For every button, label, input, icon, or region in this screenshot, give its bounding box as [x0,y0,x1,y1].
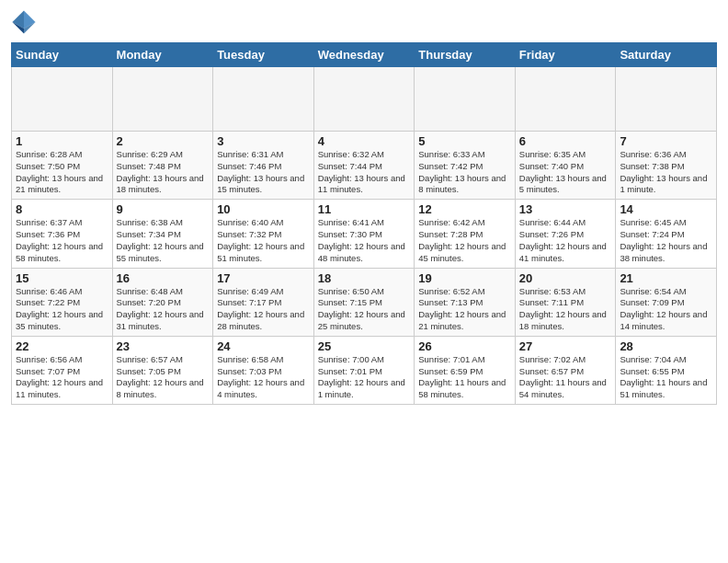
calendar-cell: 21Sunrise: 6:54 AMSunset: 7:09 PMDayligh… [616,268,717,336]
day-info: Sunrise: 6:50 AMSunset: 7:15 PMDaylight:… [318,286,411,333]
day-number: 10 [217,202,310,216]
day-number: 26 [418,339,511,353]
day-number: 11 [318,202,411,216]
calendar-cell: 13Sunrise: 6:44 AMSunset: 7:26 PMDayligh… [515,200,616,268]
day-number: 14 [620,202,712,216]
day-number: 13 [519,202,612,216]
calendar-week-row: 15Sunrise: 6:46 AMSunset: 7:22 PMDayligh… [12,268,717,336]
day-number: 2 [117,134,210,148]
day-number: 12 [418,202,511,216]
day-info: Sunrise: 6:57 AMSunset: 7:05 PMDaylight:… [117,354,210,401]
day-number: 4 [318,134,411,148]
calendar-cell: 4Sunrise: 6:32 AMSunset: 7:44 PMDaylight… [313,132,415,200]
day-info: Sunrise: 7:01 AMSunset: 6:59 PMDaylight:… [418,354,511,401]
day-info: Sunrise: 6:40 AMSunset: 7:32 PMDaylight:… [217,217,310,264]
day-number: 18 [318,271,411,285]
day-info: Sunrise: 6:35 AMSunset: 7:40 PMDaylight:… [519,149,612,196]
day-number: 20 [519,271,612,285]
calendar-cell: 5Sunrise: 6:33 AMSunset: 7:42 PMDaylight… [415,132,516,200]
calendar-cell: 10Sunrise: 6:40 AMSunset: 7:32 PMDayligh… [213,200,314,268]
calendar-week-row [12,67,717,132]
calendar-cell: 23Sunrise: 6:57 AMSunset: 7:05 PMDayligh… [112,336,213,404]
day-info: Sunrise: 6:42 AMSunset: 7:28 PMDaylight:… [418,217,511,264]
day-number: 21 [620,271,712,285]
calendar-week-row: 8Sunrise: 6:37 AMSunset: 7:36 PMDaylight… [12,200,717,268]
calendar-cell: 25Sunrise: 7:00 AMSunset: 7:01 PMDayligh… [313,336,415,404]
day-number: 1 [16,134,108,148]
calendar-cell: 7Sunrise: 6:36 AMSunset: 7:38 PMDaylight… [616,132,717,200]
calendar-cell: 22Sunrise: 6:56 AMSunset: 7:07 PMDayligh… [12,336,113,404]
day-info: Sunrise: 6:32 AMSunset: 7:44 PMDaylight:… [318,149,411,196]
header-friday: Friday [515,43,616,67]
calendar-cell: 24Sunrise: 6:58 AMSunset: 7:03 PMDayligh… [213,336,314,404]
calendar-cell [313,67,415,132]
day-info: Sunrise: 6:45 AMSunset: 7:24 PMDaylight:… [620,217,712,264]
day-info: Sunrise: 6:46 AMSunset: 7:22 PMDaylight:… [16,286,108,333]
calendar-cell: 17Sunrise: 6:49 AMSunset: 7:17 PMDayligh… [213,268,314,336]
calendar-cell: 3Sunrise: 6:31 AMSunset: 7:46 PMDaylight… [213,132,314,200]
logo-icon [11,9,37,35]
calendar-cell [12,67,113,132]
day-number: 28 [620,339,712,353]
day-number: 15 [16,271,108,285]
day-info: Sunrise: 7:02 AMSunset: 6:57 PMDaylight:… [519,354,612,401]
calendar-cell: 28Sunrise: 7:04 AMSunset: 6:55 PMDayligh… [616,336,717,404]
day-number: 5 [418,134,511,148]
calendar-cell: 18Sunrise: 6:50 AMSunset: 7:15 PMDayligh… [313,268,415,336]
day-info: Sunrise: 7:04 AMSunset: 6:55 PMDaylight:… [620,354,712,401]
day-info: Sunrise: 6:36 AMSunset: 7:38 PMDaylight:… [620,149,712,196]
calendar-cell: 2Sunrise: 6:29 AMSunset: 7:48 PMDaylight… [112,132,213,200]
header-tuesday: Tuesday [213,43,314,67]
calendar-cell: 14Sunrise: 6:45 AMSunset: 7:24 PMDayligh… [616,200,717,268]
day-info: Sunrise: 6:28 AMSunset: 7:50 PMDaylight:… [16,149,108,196]
page-header [11,9,717,35]
calendar-body: 1Sunrise: 6:28 AMSunset: 7:50 PMDaylight… [12,67,717,405]
day-info: Sunrise: 6:54 AMSunset: 7:09 PMDaylight:… [620,286,712,333]
header-saturday: Saturday [616,43,717,67]
day-info: Sunrise: 6:52 AMSunset: 7:13 PMDaylight:… [418,286,511,333]
day-number: 6 [519,134,612,148]
day-number: 25 [318,339,411,353]
calendar-week-row: 1Sunrise: 6:28 AMSunset: 7:50 PMDaylight… [12,132,717,200]
day-info: Sunrise: 6:58 AMSunset: 7:03 PMDaylight:… [217,354,310,401]
calendar-cell: 19Sunrise: 6:52 AMSunset: 7:13 PMDayligh… [415,268,516,336]
day-number: 19 [418,271,511,285]
day-info: Sunrise: 6:38 AMSunset: 7:34 PMDaylight:… [117,217,210,264]
day-info: Sunrise: 6:56 AMSunset: 7:07 PMDaylight:… [16,354,108,401]
calendar-cell: 16Sunrise: 6:48 AMSunset: 7:20 PMDayligh… [112,268,213,336]
calendar-cell: 20Sunrise: 6:53 AMSunset: 7:11 PMDayligh… [515,268,616,336]
day-info: Sunrise: 6:41 AMSunset: 7:30 PMDaylight:… [318,217,411,264]
logo [11,9,39,35]
calendar-cell [415,67,516,132]
day-number: 17 [217,271,310,285]
day-info: Sunrise: 6:44 AMSunset: 7:26 PMDaylight:… [519,217,612,264]
day-info: Sunrise: 6:48 AMSunset: 7:20 PMDaylight:… [117,286,210,333]
page-container: Sunday Monday Tuesday Wednesday Thursday… [0,0,728,414]
day-info: Sunrise: 6:53 AMSunset: 7:11 PMDaylight:… [519,286,612,333]
calendar-cell [515,67,616,132]
calendar-cell: 9Sunrise: 6:38 AMSunset: 7:34 PMDaylight… [112,200,213,268]
day-number: 24 [217,339,310,353]
calendar-cell: 11Sunrise: 6:41 AMSunset: 7:30 PMDayligh… [313,200,415,268]
day-info: Sunrise: 6:37 AMSunset: 7:36 PMDaylight:… [16,217,108,264]
calendar-cell [112,67,213,132]
day-number: 27 [519,339,612,353]
header-monday: Monday [112,43,213,67]
day-number: 8 [16,202,108,216]
header-sunday: Sunday [12,43,113,67]
calendar-header-row: Sunday Monday Tuesday Wednesday Thursday… [12,43,717,67]
calendar-cell [213,67,314,132]
calendar-cell: 15Sunrise: 6:46 AMSunset: 7:22 PMDayligh… [12,268,113,336]
day-info: Sunrise: 7:00 AMSunset: 7:01 PMDaylight:… [318,354,411,401]
calendar-cell: 26Sunrise: 7:01 AMSunset: 6:59 PMDayligh… [415,336,516,404]
header-wednesday: Wednesday [313,43,415,67]
day-info: Sunrise: 6:49 AMSunset: 7:17 PMDaylight:… [217,286,310,333]
header-thursday: Thursday [415,43,516,67]
day-number: 23 [117,339,210,353]
calendar-cell: 27Sunrise: 7:02 AMSunset: 6:57 PMDayligh… [515,336,616,404]
day-info: Sunrise: 6:33 AMSunset: 7:42 PMDaylight:… [418,149,511,196]
day-number: 16 [117,271,210,285]
calendar-cell: 12Sunrise: 6:42 AMSunset: 7:28 PMDayligh… [415,200,516,268]
day-info: Sunrise: 6:29 AMSunset: 7:48 PMDaylight:… [117,149,210,196]
calendar-cell [616,67,717,132]
